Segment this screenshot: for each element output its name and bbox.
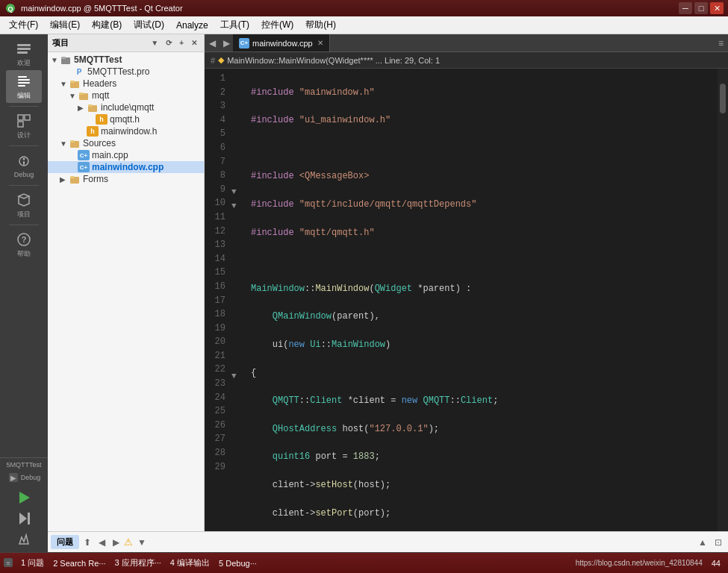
debug-mode-btn[interactable]: ▶ Debug (6, 470, 42, 485)
svg-rect-29 (88, 104, 93, 107)
menu-debug[interactable]: 调试(D) (128, 17, 170, 33)
menu-analyze[interactable]: Analyze (170, 19, 214, 32)
sync-btn[interactable]: ⟳ (164, 38, 174, 48)
sidebar-divider4 (9, 225, 39, 225)
tree-item-mqtt[interactable]: ▼ mqtt (48, 90, 204, 101)
status-url: https://blog.csdn.net/weixin_42810844 (571, 559, 707, 567)
svg-rect-8 (18, 85, 25, 87)
project-tree: ▼ 5MQTTTest P 5MQTTTest.pro ▼ (48, 52, 204, 531)
pro-icon: P (73, 68, 85, 76)
label-mqtt: mqtt (92, 90, 109, 101)
svg-rect-5 (18, 76, 27, 78)
tree-item-mainwindow-cpp[interactable]: C+ mainwindow.cpp (48, 161, 204, 173)
tab-close-icon[interactable]: ✕ (317, 39, 323, 47)
collapse-btn[interactable]: ▲ (695, 537, 710, 548)
menu-edit[interactable]: 编辑(E) (44, 17, 86, 33)
arrow-mqtt: ▼ (69, 92, 78, 100)
status-tab5[interactable]: 5 Debug··· (214, 559, 261, 568)
svg-rect-33 (70, 176, 75, 178)
statusbar: ≡ 1 问题 2 Search Re··· 3 应用程序··· 4 编译输出 5… (0, 552, 728, 573)
svg-rect-23 (61, 57, 66, 59)
tree-item-pro[interactable]: P 5MQTTTest.pro (48, 66, 204, 78)
label-main-cpp: main.cpp (92, 150, 128, 160)
debug-project-label: 5MQTTTest (6, 461, 41, 469)
code-content[interactable]: #include "mainwindow.h" #include "ui_mai… (245, 69, 718, 531)
menu-help[interactable]: 帮助(H) (299, 17, 342, 33)
tab-label: mainwindow.cpp (252, 39, 313, 48)
svg-rect-25 (70, 81, 75, 83)
tab-options-btn[interactable]: ≡ (714, 34, 728, 51)
sidebar-divider (9, 106, 39, 107)
project-icon (16, 192, 32, 208)
svg-text:?: ? (22, 235, 27, 244)
label-qmqtt-h: qmqtt.h (110, 114, 140, 125)
folder-icon-forms (69, 174, 81, 184)
project-toolbar: 项目 ▼ ⟳ + ✕ (48, 34, 204, 52)
tab-forward-btn[interactable]: ▶ (220, 34, 233, 51)
menu-controls[interactable]: 控件(W) (255, 17, 299, 33)
titlebar: Q mainwindow.cpp @ 5MQTTTest - Qt Creato… (0, 0, 728, 16)
filter-btn[interactable]: ▼ (149, 38, 161, 48)
folder-icon-headers (69, 78, 81, 89)
breadcrumb-text: MainWindow::MainWindow(QWidget**** ... L… (227, 56, 440, 65)
menu-file[interactable]: 文件(F) (3, 17, 44, 33)
sidebar-btn-help[interactable]: ? 帮助 (6, 228, 42, 261)
add-btn[interactable]: + (177, 38, 186, 48)
arrow-headers: ▼ (60, 80, 69, 88)
toolbar-btn1[interactable]: ⬆ (81, 537, 94, 548)
menu-build[interactable]: 构建(B) (86, 17, 128, 33)
svg-point-13 (23, 158, 25, 160)
folder-icon-include (87, 102, 99, 113)
filter-issues-btn[interactable]: ▼ (134, 537, 149, 548)
tab-back-btn[interactable]: ◀ (205, 34, 220, 51)
svg-rect-6 (18, 79, 30, 81)
h-icon-qmqtt: h (96, 114, 108, 125)
menu-tools[interactable]: 工具(T) (214, 17, 255, 33)
label-forms: Forms (83, 174, 108, 184)
tree-item-qmqtt-h[interactable]: h qmqtt.h (48, 113, 204, 125)
sidebar-btn-edit[interactable]: 编辑 (6, 70, 42, 103)
close-button[interactable]: ✕ (710, 2, 724, 14)
svg-text:Q: Q (7, 5, 13, 13)
tree-item-headers[interactable]: ▼ Headers (48, 78, 204, 90)
editor-scrollbar[interactable] (718, 69, 728, 531)
sidebar-btn-project[interactable]: 项目 (6, 189, 42, 222)
status-tab4[interactable]: 4 编译输出 (166, 557, 214, 569)
tree-item-5mqtttest[interactable]: ▼ 5MQTTTest (48, 54, 204, 66)
svg-rect-11 (18, 122, 23, 127)
expand-btn[interactable]: ⊡ (712, 537, 725, 548)
status-tab1[interactable]: 1 问题 (16, 557, 49, 569)
run-button[interactable] (9, 488, 39, 507)
minimize-button[interactable]: ─ (679, 2, 692, 14)
welcome-label: 欢迎 (17, 58, 31, 68)
status-tab3[interactable]: 3 应用程序··· (111, 557, 166, 569)
svg-rect-3 (17, 48, 31, 50)
svg-rect-27 (79, 93, 84, 95)
sidebar-btn-welcome[interactable]: 欢迎 (6, 37, 42, 70)
status-end: 44 (707, 559, 725, 568)
sidebar-btn-debug[interactable]: Debug (6, 149, 42, 182)
folder-icon-mqtt (78, 90, 90, 101)
svg-marker-20 (19, 513, 27, 525)
tab-mainwindow-cpp[interactable]: C+ mainwindow.cpp ✕ (233, 34, 330, 51)
close-panel-btn[interactable]: ✕ (189, 38, 199, 48)
project-label: 项目 (17, 210, 31, 219)
svg-text:▶: ▶ (10, 474, 16, 482)
tree-item-forms[interactable]: ▶ Forms (48, 173, 204, 185)
sidebar-btn-design[interactable]: 设计 (6, 110, 42, 143)
svg-rect-14 (23, 161, 25, 165)
tree-item-sources[interactable]: ▼ Sources (48, 137, 204, 149)
status-tab2[interactable]: 2 Search Re··· (49, 559, 110, 568)
step-button[interactable] (9, 509, 39, 528)
issues-tab[interactable]: 问题 (51, 535, 79, 549)
maximize-button[interactable]: □ (694, 2, 708, 14)
toolbar-btn2[interactable]: ◀ (96, 537, 108, 548)
app-icon: Q (4, 2, 16, 14)
build-button[interactable] (9, 530, 39, 549)
toolbar-btn3[interactable]: ▶ (110, 537, 122, 548)
project-panel-title: 项目 (52, 37, 69, 48)
tree-item-mainwindow-h[interactable]: h mainwindow.h (48, 125, 204, 137)
menubar: 文件(F) 编辑(E) 构建(B) 调试(D) Analyze 工具(T) 控件… (0, 16, 728, 34)
tree-item-main-cpp[interactable]: C+ main.cpp (48, 149, 204, 161)
tree-item-include-qmqtt[interactable]: ▶ include\qmqtt (48, 101, 204, 113)
